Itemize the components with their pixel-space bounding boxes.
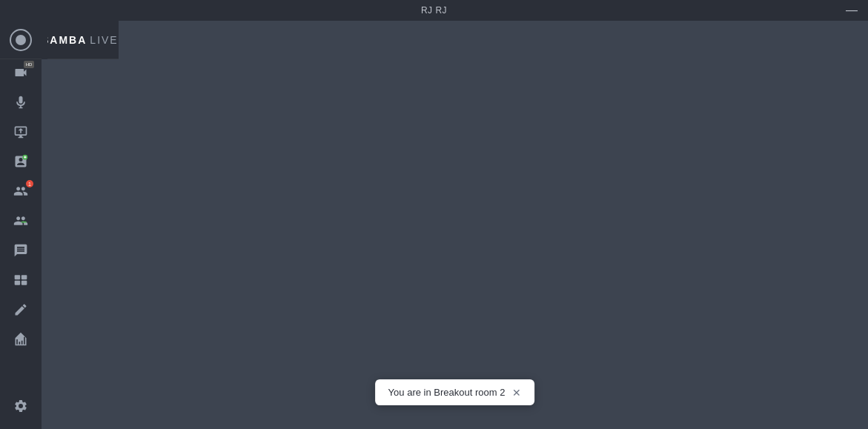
svg-rect-3: [21, 275, 27, 279]
svg-rect-5: [21, 281, 27, 285]
chat-button[interactable]: [5, 236, 36, 265]
top-bar-title: RJ RJ: [421, 5, 447, 16]
screen-share-icon: [13, 124, 28, 139]
video-tile-icon: [13, 273, 28, 287]
stats-button[interactable]: [5, 325, 36, 353]
screen-share-button[interactable]: [5, 118, 36, 146]
annotate-icon: [13, 302, 28, 317]
camera-button[interactable]: HD: [5, 59, 36, 87]
svg-rect-2: [15, 275, 21, 279]
content-area: You are in Breakout room 2 ✕: [42, 21, 868, 429]
svg-point-7: [16, 35, 26, 45]
settings-button[interactable]: [5, 392, 36, 420]
chat-icon: [13, 243, 28, 258]
svg-rect-1: [21, 222, 27, 223]
sidebar: HD 1: [0, 21, 42, 429]
add-speaker-icon: [13, 154, 28, 169]
breakout-room-toast: You are in Breakout room 2 ✕: [375, 379, 535, 405]
svg-rect-4: [15, 281, 21, 285]
sidebar-logo-text: [42, 21, 83, 33]
video-tile-button[interactable]: [5, 266, 36, 294]
microphone-button[interactable]: [5, 88, 36, 116]
hd-badge: HD: [24, 61, 34, 68]
samba-logo-icon: [9, 28, 33, 52]
toast-message: You are in Breakout room 2: [388, 387, 506, 398]
settings-icon: [13, 399, 28, 413]
participants-badge: 1: [26, 180, 33, 187]
toast-close-button[interactable]: ✕: [512, 388, 521, 398]
participants-button[interactable]: 1: [5, 177, 36, 205]
main-area: HD 1: [0, 21, 868, 429]
minimize-button[interactable]: —: [846, 4, 858, 16]
microphone-icon: [13, 95, 28, 110]
sidebar-logo-container: [0, 21, 42, 59]
top-bar: RJ RJ —: [0, 0, 868, 21]
annotate-button[interactable]: [5, 296, 36, 324]
manage-participants-icon: [13, 213, 28, 228]
stats-icon: [13, 332, 28, 347]
add-speaker-button[interactable]: [5, 147, 36, 176]
manage-participants-button[interactable]: [5, 207, 36, 235]
